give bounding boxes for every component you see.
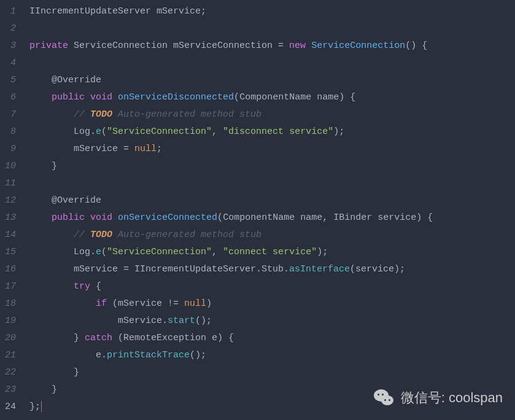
line-number: 16 [3, 261, 16, 278]
code-line[interactable]: public void onServiceDisconnected(Compon… [22, 89, 515, 106]
line-number: 20 [3, 330, 16, 347]
code-line[interactable]: // TODO Auto-generated method stub [22, 227, 515, 244]
line-number: 2 [3, 20, 16, 37]
code-line[interactable]: @Override [22, 72, 515, 89]
code-line[interactable]: private ServiceConnection mServiceConnec… [22, 37, 515, 55]
line-number: 15 [3, 244, 16, 261]
code-line[interactable]: // TODO Auto-generated method stub [22, 106, 515, 123]
code-line[interactable]: } [22, 158, 515, 175]
line-number: 13 [3, 209, 16, 227]
watermark: 微信号: coolspan [373, 387, 503, 409]
line-number: 11 [3, 175, 16, 192]
line-number: 1 [3, 3, 16, 20]
line-number: 21 [3, 347, 16, 364]
line-number: 23 [3, 381, 16, 399]
code-line[interactable]: } [22, 364, 515, 381]
code-area[interactable]: IIncrementUpdateServer mService; private… [22, 0, 515, 420]
code-line[interactable]: Log.e("ServiceConnection", "connect serv… [22, 244, 515, 261]
code-line[interactable]: e.printStackTrace(); [22, 347, 515, 364]
code-line[interactable]: @Override [22, 192, 515, 209]
line-number-active: 24 [3, 399, 16, 416]
line-number: 5 [3, 72, 16, 89]
line-number: 7 [3, 106, 16, 123]
watermark-label: 微信号: coolspan [401, 389, 503, 407]
line-number: 4 [3, 55, 16, 72]
line-number: 19 [3, 313, 16, 330]
line-number: 17 [3, 278, 16, 295]
code-line[interactable] [22, 175, 515, 192]
code-line[interactable]: mService.start(); [22, 313, 515, 330]
code-line[interactable]: Log.e("ServiceConnection", "disconnect s… [22, 123, 515, 141]
line-number: 14 [3, 227, 16, 244]
code-line[interactable]: try { [22, 278, 515, 295]
text-cursor [41, 401, 42, 412]
code-line[interactable]: } catch (RemoteException e) { [22, 330, 515, 347]
line-number: 3 [3, 37, 16, 55]
code-line[interactable] [22, 20, 515, 37]
code-line[interactable] [22, 55, 515, 72]
line-number: 6 [3, 89, 16, 106]
line-number-gutter: 1 2 3 4 5 6 7 8 9 10 11 12 13 14 15 16 1… [0, 0, 22, 420]
line-number: 10 [3, 158, 16, 175]
line-number: 22 [3, 364, 16, 381]
code-line[interactable]: mService = IIncrementUpdateServer.Stub.a… [22, 261, 515, 278]
wechat-icon [373, 387, 395, 409]
code-line[interactable]: mService = null; [22, 141, 515, 158]
line-number: 8 [3, 123, 16, 141]
line-number: 12 [3, 192, 16, 209]
code-line[interactable]: public void onServiceConnected(Component… [22, 209, 515, 227]
code-line[interactable]: IIncrementUpdateServer mService; [22, 3, 515, 20]
line-number: 18 [3, 295, 16, 313]
code-editor[interactable]: 1 2 3 4 5 6 7 8 9 10 11 12 13 14 15 16 1… [0, 0, 515, 420]
code-line[interactable]: if (mService != null) [22, 295, 515, 313]
line-number: 9 [3, 141, 16, 158]
